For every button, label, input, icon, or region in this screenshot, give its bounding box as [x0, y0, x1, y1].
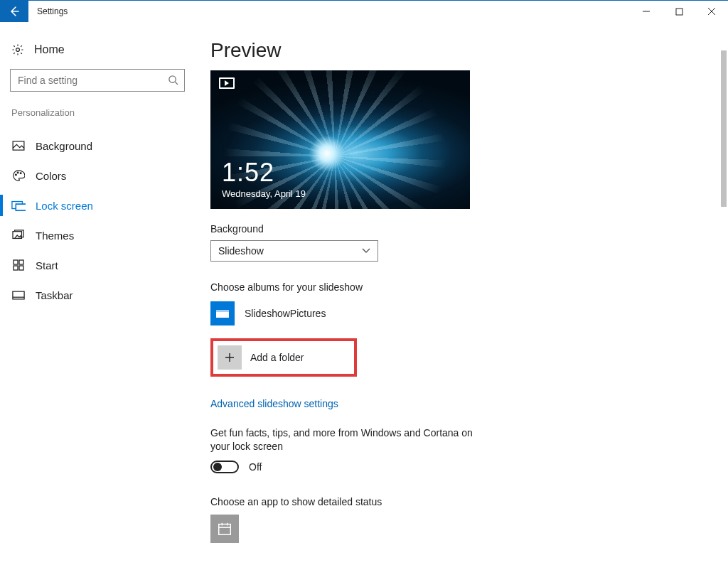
sidebar-item-background[interactable]: Background: [10, 131, 196, 161]
svg-point-7: [17, 172, 18, 173]
dropdown-value: Slideshow: [218, 245, 264, 257]
themes-icon: [11, 230, 26, 241]
svg-rect-19: [216, 311, 229, 318]
background-dropdown[interactable]: Slideshow: [210, 240, 378, 262]
minimize-icon: [642, 7, 651, 16]
search-input[interactable]: [11, 70, 184, 91]
svg-rect-14: [19, 260, 23, 264]
settings-window: Settings Home Pers: [0, 0, 728, 565]
svg-rect-1: [676, 9, 682, 15]
gear-icon: [11, 43, 24, 56]
sidebar-item-label: Themes: [36, 230, 74, 242]
start-icon: [11, 259, 26, 271]
home-label: Home: [34, 43, 65, 56]
advanced-slideshow-link[interactable]: Advanced slideshow settings: [210, 398, 707, 409]
svg-rect-10: [16, 204, 26, 210]
sidebar-item-label: Start: [36, 259, 58, 271]
folder-tile-icon: [210, 301, 235, 325]
svg-rect-15: [14, 266, 18, 270]
album-item[interactable]: SlideshowPictures: [210, 301, 707, 325]
svg-point-3: [169, 76, 176, 82]
minimize-button[interactable]: [630, 1, 663, 22]
scrollbar[interactable]: [719, 22, 728, 565]
preview-time: 1:52: [222, 158, 274, 188]
sidebar-item-start[interactable]: Start: [10, 250, 196, 280]
arrow-left-icon: [9, 6, 20, 17]
maximize-icon: [675, 8, 683, 16]
back-button[interactable]: [0, 1, 28, 22]
scrollbar-thumb[interactable]: [721, 50, 727, 207]
add-folder-button[interactable]: [218, 345, 242, 370]
slideshow-icon: [219, 77, 235, 89]
add-folder-label: Add a folder: [250, 352, 304, 363]
svg-rect-5: [13, 141, 24, 150]
sidebar: Home Personalization Background: [0, 22, 206, 565]
maximize-button[interactable]: [663, 1, 695, 22]
sidebar-item-label: Taskbar: [36, 289, 73, 301]
sidebar-item-label: Colors: [36, 170, 66, 182]
plus-icon: [224, 352, 235, 363]
sidebar-item-taskbar[interactable]: Taskbar: [10, 280, 196, 310]
search-icon: [168, 75, 178, 85]
albums-label: Choose albums for your slideshow: [210, 281, 707, 293]
category-label: Personalization: [10, 107, 196, 118]
palette-icon: [11, 169, 26, 182]
album-label: SlideshowPictures: [245, 308, 326, 319]
funfacts-label: Get fun facts, tips, and more from Windo…: [210, 426, 481, 453]
toggle-state: Off: [249, 461, 262, 473]
window-title: Settings: [28, 6, 68, 16]
lock-screen-preview: 1:52 Wednesday, April 19: [210, 70, 470, 209]
funfacts-toggle[interactable]: [210, 461, 239, 473]
taskbar-icon: [11, 291, 26, 300]
svg-rect-16: [19, 266, 23, 270]
svg-point-6: [16, 174, 17, 176]
svg-rect-13: [14, 260, 18, 264]
chevron-down-icon: [362, 248, 370, 254]
detailed-status-app-button[interactable]: [210, 515, 239, 543]
close-icon: [707, 7, 716, 16]
page-title: Preview: [210, 39, 707, 62]
content-scroll[interactable]: Preview 1:52 Wednesday, April 19 Backgro…: [206, 22, 728, 565]
svg-rect-21: [219, 524, 231, 534]
nav-list: Background Colors Lock screen: [10, 131, 196, 310]
background-label: Background: [210, 223, 707, 235]
svg-line-4: [175, 82, 178, 85]
add-folder-highlight: Add a folder: [210, 338, 357, 377]
search-box[interactable]: [10, 69, 185, 92]
sidebar-item-lock-screen[interactable]: Lock screen: [10, 190, 196, 220]
svg-point-8: [20, 173, 21, 174]
close-button[interactable]: [695, 1, 728, 22]
home-button[interactable]: Home: [10, 38, 196, 69]
svg-rect-17: [13, 291, 24, 299]
picture-icon: [11, 141, 26, 151]
detailed-status-label: Choose an app to show detailed status: [210, 496, 707, 507]
calendar-icon: [217, 521, 232, 537]
svg-rect-20: [216, 310, 229, 312]
preview-date: Wednesday, April 19: [222, 188, 306, 199]
sidebar-item-label: Lock screen: [36, 200, 93, 212]
titlebar: Settings: [0, 1, 728, 22]
sidebar-item-themes[interactable]: Themes: [10, 220, 196, 250]
svg-point-2: [16, 48, 20, 52]
lock-screen-icon: [11, 200, 26, 211]
sidebar-item-label: Background: [36, 140, 92, 152]
content-area: Preview 1:52 Wednesday, April 19 Backgro…: [206, 22, 728, 565]
sidebar-item-colors[interactable]: Colors: [10, 161, 196, 190]
